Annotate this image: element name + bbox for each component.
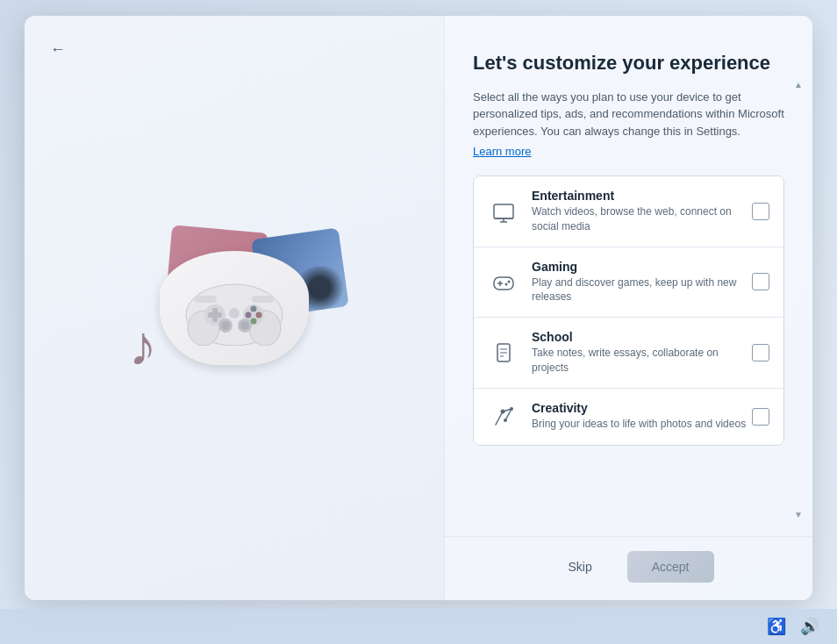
learn-more-link[interactable]: Learn more	[473, 145, 531, 158]
svg-point-8	[246, 311, 252, 318]
option-gaming[interactable]: Gaming Play and discover games, keep up …	[474, 247, 783, 318]
school-desc: Take notes, write essays, collaborate on…	[532, 346, 752, 376]
accept-button[interactable]: Accept	[627, 551, 714, 583]
svg-point-17	[240, 321, 249, 330]
entertainment-icon	[488, 196, 519, 227]
svg-point-7	[251, 305, 257, 311]
creativity-text: Creativity Bring your ideas to life with…	[532, 401, 752, 432]
options-list: Entertainment Watch videos, browse the w…	[473, 175, 784, 446]
svg-rect-5	[212, 308, 218, 322]
svg-point-11	[229, 308, 240, 318]
gaming-desc: Play and discover games, keep up with ne…	[532, 275, 752, 305]
school-title: School	[532, 330, 752, 344]
right-content: Let's customize your experience Select a…	[445, 51, 812, 536]
skip-button[interactable]: Skip	[543, 551, 616, 583]
svg-point-35	[510, 407, 513, 411]
svg-point-26	[505, 283, 508, 286]
footer-buttons: Skip Accept	[445, 536, 812, 600]
controller-svg	[182, 271, 287, 346]
option-creativity[interactable]: Creativity Bring your ideas to life with…	[474, 389, 783, 445]
gaming-icon	[488, 266, 519, 297]
gaming-title: Gaming	[532, 260, 752, 274]
svg-rect-18	[494, 204, 513, 218]
svg-point-36	[504, 419, 507, 422]
scroll-up-arrow[interactable]: ▲	[790, 75, 807, 93]
hero-illustration: ♪	[120, 211, 348, 404]
controller-card	[160, 251, 309, 365]
gaming-text: Gaming Play and discover games, keep up …	[532, 260, 752, 305]
gaming-checkbox[interactable]	[752, 273, 769, 290]
svg-point-9	[256, 311, 262, 318]
entertainment-desc: Watch videos, browse the web, connect on…	[532, 204, 752, 234]
svg-rect-13	[252, 296, 274, 303]
music-note-icon: ♪	[129, 313, 157, 378]
creativity-desc: Bring your ideas to life with photos and…	[532, 417, 752, 432]
svg-rect-12	[195, 296, 217, 303]
creativity-checkbox[interactable]	[752, 408, 769, 426]
svg-point-25	[508, 281, 511, 283]
svg-point-34	[501, 409, 505, 413]
illustration-panel: ♪	[25, 16, 444, 600]
accessibility-icon[interactable]: ♿	[767, 617, 786, 636]
option-entertainment[interactable]: Entertainment Watch videos, browse the w…	[474, 176, 783, 247]
svg-point-15	[221, 321, 230, 330]
school-checkbox[interactable]	[752, 344, 769, 361]
entertainment-title: Entertainment	[532, 189, 752, 203]
page-title: Let's customize your experience	[473, 51, 784, 76]
svg-rect-22	[494, 277, 513, 290]
volume-icon[interactable]: 🔊	[800, 617, 819, 636]
school-icon	[488, 337, 519, 369]
creativity-icon	[488, 401, 519, 433]
page-subtitle: Select all the ways you plan to use your…	[473, 89, 784, 140]
scroll-down-arrow[interactable]: ▼	[790, 505, 807, 523]
creativity-title: Creativity	[532, 401, 752, 415]
right-panel: Let's customize your experience Select a…	[444, 16, 812, 600]
school-text: School Take notes, write essays, collabo…	[532, 330, 752, 376]
taskbar: ♿ 🔊	[0, 609, 837, 644]
option-school[interactable]: School Take notes, write essays, collabo…	[474, 318, 783, 389]
entertainment-checkbox[interactable]	[752, 203, 769, 220]
entertainment-text: Entertainment Watch videos, browse the w…	[532, 189, 752, 234]
svg-line-31	[496, 411, 503, 425]
